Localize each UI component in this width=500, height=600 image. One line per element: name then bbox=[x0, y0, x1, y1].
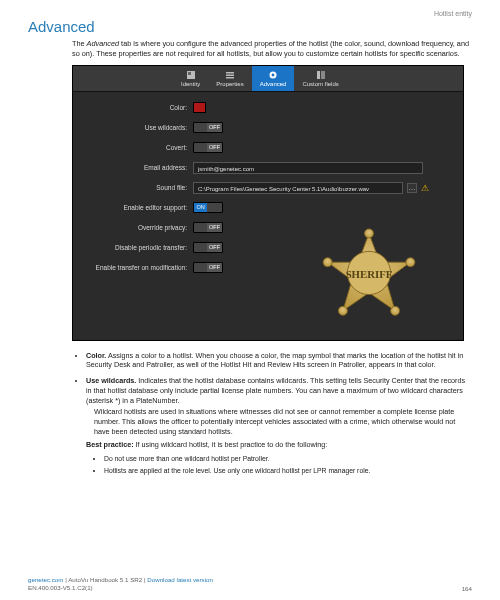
svg-rect-8 bbox=[321, 71, 325, 79]
section-title: Advanced bbox=[28, 18, 472, 35]
best-practice: Best practice: If using wildcard hotlist… bbox=[86, 440, 472, 450]
browse-button[interactable]: … bbox=[407, 183, 417, 193]
svg-point-13 bbox=[338, 306, 347, 315]
tab-identity-label: Identity bbox=[181, 81, 200, 87]
tab-identity[interactable]: Identity bbox=[173, 66, 208, 91]
intro-em: Advanced bbox=[87, 39, 119, 48]
sheriff-badge: SHERIFF bbox=[315, 228, 423, 336]
tab-bar: Identity Properties Advanced Custom fiel… bbox=[73, 66, 463, 92]
override-privacy-label: Override privacy: bbox=[83, 224, 193, 231]
svg-rect-4 bbox=[226, 77, 234, 79]
footer-ref: EN.400.003-V5.1.C2(1) bbox=[28, 584, 93, 591]
tab-properties[interactable]: Properties bbox=[208, 66, 251, 91]
use-wildcards-label: Use wildcards: bbox=[83, 124, 193, 131]
disable-periodic-label: Disable periodic transfer: bbox=[83, 244, 193, 251]
wild-para: Wildcard hotlists are used in situations… bbox=[94, 407, 472, 436]
svg-rect-2 bbox=[226, 72, 234, 74]
tab-advanced[interactable]: Advanced bbox=[252, 66, 295, 91]
svg-rect-3 bbox=[226, 74, 234, 76]
sound-file-field[interactable]: C:\Program Files\Genetec Security Center… bbox=[193, 182, 403, 194]
color-label: Color: bbox=[83, 104, 193, 111]
wild-desc: Indicates that the hotlist database cont… bbox=[86, 376, 465, 404]
custom-fields-icon bbox=[316, 70, 326, 80]
sound-file-label: Sound file: bbox=[83, 184, 193, 191]
svg-point-11 bbox=[406, 257, 415, 266]
covert-toggle[interactable]: OFF bbox=[193, 142, 223, 153]
svg-rect-7 bbox=[317, 71, 320, 79]
identity-icon bbox=[186, 70, 196, 80]
settings-panel: Identity Properties Advanced Custom fiel… bbox=[72, 65, 464, 341]
color-term: Color. bbox=[86, 351, 106, 360]
email-label: Email address: bbox=[83, 164, 193, 171]
body-text: Color. Assigns a color to a hotlist. Whe… bbox=[72, 351, 472, 476]
enable-mod-label: Enable transfer on modification: bbox=[83, 264, 193, 271]
svg-point-6 bbox=[272, 73, 275, 76]
color-desc: Assigns a color to a hotlist. When you c… bbox=[86, 351, 463, 370]
svg-point-12 bbox=[391, 306, 400, 315]
gear-icon bbox=[268, 70, 278, 80]
svg-point-10 bbox=[365, 229, 374, 238]
override-privacy-toggle[interactable]: OFF bbox=[193, 222, 223, 233]
footer-download-link[interactable]: Download latest version bbox=[147, 576, 213, 583]
warning-icon: ⚠ bbox=[421, 183, 429, 193]
svg-point-14 bbox=[323, 257, 332, 266]
email-field[interactable]: jsmith@genetec.com bbox=[193, 162, 423, 174]
bullet-wildcards: Use wildcards. Indicates that the hotlis… bbox=[86, 376, 472, 475]
tab-properties-label: Properties bbox=[216, 81, 243, 87]
color-swatch[interactable] bbox=[193, 102, 206, 113]
intro-paragraph: The Advanced tab is where you configure … bbox=[72, 39, 472, 59]
header-entity: Hotlist entity bbox=[434, 10, 472, 17]
tab-advanced-label: Advanced bbox=[260, 81, 287, 87]
intro-post: tab is where you configure the advanced … bbox=[72, 39, 469, 58]
badge-text: SHERIFF bbox=[346, 267, 393, 279]
bp-item-1: Do not use more than one wildcard hotlis… bbox=[104, 454, 472, 463]
page: Hotlist entity Advanced The Advanced tab… bbox=[0, 0, 500, 600]
page-footer: genetec.com | AutoVu Handbook 5.1 SR2 | … bbox=[28, 576, 472, 592]
intro-pre: The bbox=[72, 39, 87, 48]
svg-rect-1 bbox=[188, 72, 191, 75]
wild-term: Use wildcards. bbox=[86, 376, 136, 385]
enable-mod-toggle[interactable]: OFF bbox=[193, 262, 223, 273]
bp-text: If using wildcard hotlist, it is best pr… bbox=[134, 440, 328, 449]
bp-label: Best practice: bbox=[86, 440, 134, 449]
bullet-color: Color. Assigns a color to a hotlist. Whe… bbox=[86, 351, 472, 370]
properties-icon bbox=[225, 70, 235, 80]
tab-custom-fields[interactable]: Custom fields bbox=[294, 66, 346, 91]
disable-periodic-toggle[interactable]: OFF bbox=[193, 242, 223, 253]
use-wildcards-toggle[interactable]: OFF bbox=[193, 122, 223, 133]
covert-label: Covert: bbox=[83, 144, 193, 151]
editor-support-toggle[interactable]: ON bbox=[193, 202, 223, 213]
editor-support-label: Enable editor support: bbox=[83, 204, 193, 211]
form-area: Color: Use wildcards: OFF Covert: OFF Em… bbox=[73, 92, 463, 340]
page-number: 164 bbox=[462, 585, 472, 592]
tab-custom-label: Custom fields bbox=[302, 81, 338, 87]
footer-book: AutoVu Handbook 5.1 SR2 bbox=[68, 576, 142, 583]
bp-item-2: Hotlists are applied at the role level. … bbox=[104, 466, 472, 475]
footer-site-link[interactable]: genetec.com bbox=[28, 576, 63, 583]
